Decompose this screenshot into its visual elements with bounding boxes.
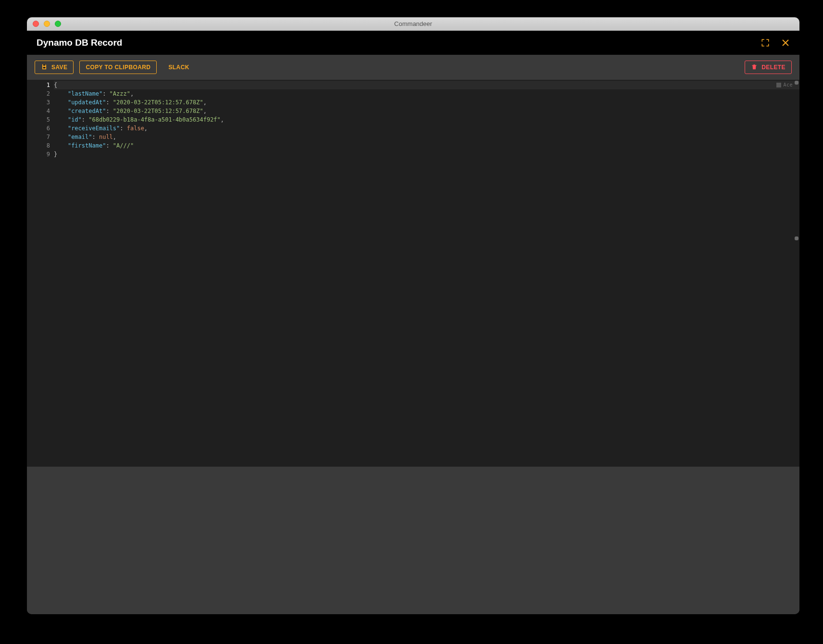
copy-to-clipboard-button[interactable]: COPY TO CLIPBOARD [79, 61, 157, 74]
save-button[interactable]: SAVE [35, 61, 74, 74]
editor-content[interactable]: { "lastName": "Azzz", "updatedAt": "2020… [54, 80, 799, 467]
copy-button-label: COPY TO CLIPBOARD [86, 64, 150, 71]
slack-button[interactable]: SLACK [162, 61, 195, 74]
scroll-thumb-top[interactable] [795, 81, 798, 85]
code-editor[interactable]: 123456789 { "lastName": "Azzz", "updated… [27, 80, 799, 467]
svg-rect-0 [43, 64, 46, 65]
bottom-panel [27, 467, 799, 614]
editor-wrap: 123456789 { "lastName": "Azzz", "updated… [27, 80, 799, 614]
editor-badge: Ace [776, 81, 793, 89]
code-line[interactable]: "createdAt": "2020-03-22T05:12:57.678Z", [54, 107, 799, 115]
line-number: 7 [27, 133, 50, 141]
save-button-label: SAVE [51, 64, 67, 71]
delete-button[interactable]: DELETE [745, 61, 792, 74]
slack-button-label: SLACK [168, 64, 189, 71]
line-number: 1 [27, 81, 50, 89]
line-number: 5 [27, 115, 50, 124]
save-icon [41, 63, 48, 72]
delete-button-label: DELETE [761, 64, 786, 71]
code-line[interactable]: "receiveEmails": false, [54, 124, 799, 133]
editor-gutter: 123456789 [27, 80, 54, 467]
line-number: 9 [27, 150, 50, 159]
code-line[interactable]: "id": "68db0229-b18a-4f8a-a501-4b0a5634f… [54, 115, 799, 124]
svg-rect-1 [43, 67, 46, 69]
close-icon[interactable] [781, 38, 790, 47]
line-number: 8 [27, 141, 50, 150]
toolbar: SAVE COPY TO CLIPBOARD SLACK DELETE [27, 55, 799, 80]
window-title: Commandeer [27, 20, 799, 27]
line-number: 4 [27, 107, 50, 115]
code-line[interactable]: "lastName": "Azzz", [54, 89, 799, 98]
header-actions [761, 38, 790, 47]
editor-badge-icon [776, 83, 781, 87]
code-line[interactable]: { [54, 81, 799, 89]
line-number: 2 [27, 89, 50, 98]
code-line[interactable]: "email": null, [54, 133, 799, 141]
expand-icon[interactable] [761, 38, 770, 47]
app-window: Commandeer Dynamo DB Record SAVE COPY TO… [27, 17, 799, 614]
editor-scrollbar[interactable] [794, 80, 799, 467]
titlebar: Commandeer [27, 17, 799, 31]
code-line[interactable]: } [54, 150, 799, 159]
line-number: 3 [27, 98, 50, 107]
trash-icon [751, 63, 758, 72]
page-title: Dynamo DB Record [37, 37, 122, 48]
app-header: Dynamo DB Record [27, 31, 799, 55]
line-number: 6 [27, 124, 50, 133]
scroll-thumb-bottom[interactable] [795, 236, 798, 240]
code-line[interactable]: "updatedAt": "2020-03-22T05:12:57.678Z", [54, 98, 799, 107]
code-line[interactable]: "firstName": "A///" [54, 141, 799, 150]
editor-badge-label: Ace [783, 81, 793, 89]
